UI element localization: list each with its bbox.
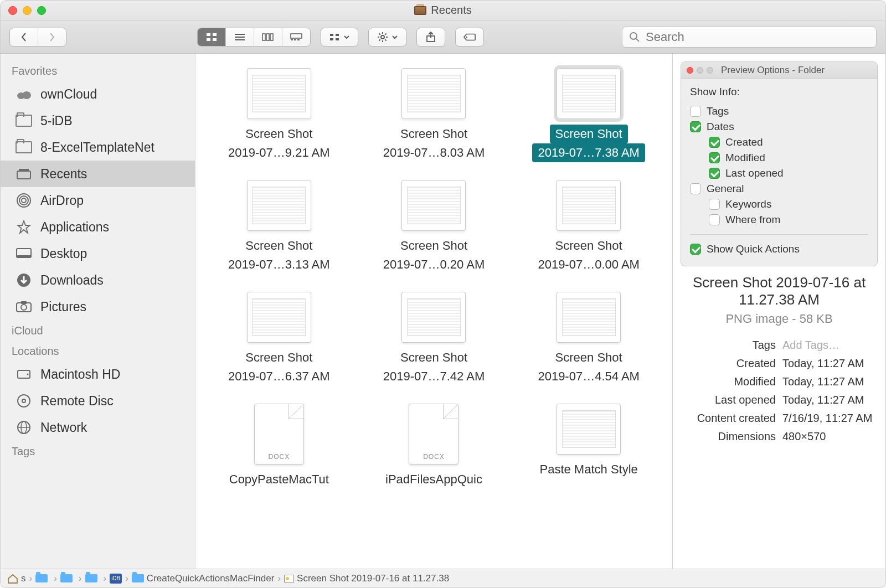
file-item[interactable]: Paste Match Style (515, 404, 662, 489)
file-item[interactable]: Screen Shot2019-07…3.13 AM (205, 180, 353, 274)
detail-row-last-opened: Last openedToday, 11:27 AM (681, 391, 878, 409)
search-field[interactable] (622, 27, 877, 48)
finder-window: Recents Favorites ownCloud (0, 0, 886, 588)
file-item[interactable]: Screen Shot2019-07…9.21 AM (205, 68, 353, 162)
detail-filename: Screen Shot 2019-07-16 at 11.27.38 AM (681, 274, 878, 308)
file-item[interactable]: Screen Shot2019-07…7.42 AM (360, 292, 508, 386)
option-modified[interactable]: Modified (690, 150, 868, 166)
svg-point-30 (630, 33, 637, 39)
sidebar-item-network[interactable]: Network (1, 414, 195, 441)
sidebar-item-downloads[interactable]: Downloads (1, 267, 195, 293)
window-title: Recents (431, 4, 471, 17)
gallery-view-button[interactable] (282, 28, 310, 46)
panel-title-text: Preview Options - Folder (721, 65, 825, 76)
image-thumbnail (401, 68, 466, 119)
file-item[interactable]: Screen Shot2019-07…8.03 AM (360, 68, 508, 162)
content-area[interactable]: Screen Shot2019-07…9.21 AMScreen Shot201… (195, 54, 672, 569)
window-minimize[interactable] (23, 6, 32, 15)
tag-icon (463, 32, 476, 42)
sidebar-item-recents[interactable]: Recents (1, 161, 195, 187)
image-thumbnail (557, 180, 621, 231)
svg-point-29 (466, 36, 467, 38)
option-general[interactable]: General (690, 181, 868, 197)
file-label: 2019-07…9.21 AM (223, 143, 335, 162)
file-label: 2019-07…3.13 AM (223, 255, 335, 274)
sidebar-item-remote-disc[interactable]: Remote Disc (1, 388, 195, 414)
file-item[interactable]: Screen Shot2019-07…0.20 AM (360, 180, 508, 274)
svg-rect-7 (262, 34, 265, 40)
file-label: 2019-07…8.03 AM (378, 143, 490, 162)
file-item[interactable]: iPadFilesAppQuic (360, 404, 508, 489)
path-crumb-idb[interactable]: iDBiDB (110, 574, 122, 584)
file-label: CopyPasteMacTut (224, 470, 334, 489)
path-crumb[interactable] (60, 574, 75, 582)
path-crumb[interactable] (35, 574, 50, 582)
option-keywords[interactable]: Keywords (690, 197, 868, 212)
window-close[interactable] (8, 6, 17, 15)
path-crumb[interactable]: CreateQuickActionsMacFinder (132, 573, 275, 584)
share-button[interactable] (416, 28, 445, 47)
option-last-opened[interactable]: Last opened (690, 166, 868, 181)
path-crumb-file[interactable]: Screen Shot 2019-07-16 at 11.27.38 (284, 573, 449, 584)
sidebar-section-locations: Locations (1, 341, 195, 361)
option-created[interactable]: Created (690, 135, 868, 150)
sidebar-item-5idb[interactable]: 5-iDB (1, 107, 195, 134)
svg-point-47 (27, 374, 29, 375)
detail-row-tags: TagsAdd Tags… (681, 336, 878, 354)
columns-icon (262, 32, 274, 42)
file-item[interactable]: Screen Shot2019-07…0.00 AM (515, 180, 662, 274)
sidebar-item-label: AirDrop (40, 193, 84, 208)
svg-line-31 (636, 39, 639, 42)
sidebar-item-label: Macintosh HD (40, 367, 120, 382)
file-item[interactable]: Screen Shot2019-07…4.54 AM (515, 292, 662, 386)
image-thumbnail (247, 68, 311, 119)
file-label: 2019-07…4.54 AM (532, 367, 645, 386)
detail-row-modified: ModifiedToday, 11:27 AM (681, 373, 878, 391)
file-item[interactable]: Screen Shot2019-07…7.38 AM (515, 68, 662, 162)
search-input[interactable] (646, 30, 869, 44)
sidebar-item-airdrop[interactable]: AirDrop (1, 187, 195, 214)
svg-point-48 (18, 395, 30, 407)
image-thumbnail (557, 404, 621, 455)
list-view-button[interactable] (225, 28, 254, 46)
chevron-left-icon (18, 32, 30, 42)
path-crumb-home[interactable]: s (7, 573, 26, 584)
option-tags[interactable]: Tags (690, 104, 868, 119)
chevron-down-icon (392, 35, 398, 39)
group-dropdown[interactable] (321, 28, 358, 47)
svg-rect-11 (291, 39, 293, 40)
panel-close[interactable] (687, 67, 693, 74)
add-tags[interactable]: Add Tags… (782, 339, 839, 352)
option-where-from[interactable]: Where from (690, 212, 868, 228)
column-view-button[interactable] (254, 28, 282, 46)
forward-button[interactable] (38, 28, 66, 46)
sidebar-item-applications[interactable]: Applications (1, 214, 195, 240)
image-thumbnail (557, 292, 621, 343)
action-dropdown[interactable] (368, 28, 406, 47)
file-item[interactable]: Screen Shot2019-07…6.37 AM (205, 292, 353, 386)
sidebar-item-label: ownCloud (40, 87, 97, 102)
sidebar-item-label: Recents (40, 167, 87, 182)
tags-button[interactable] (455, 28, 484, 47)
sidebar-item-owncloud[interactable]: ownCloud (1, 81, 195, 107)
file-item[interactable]: CopyPasteMacTut (205, 404, 353, 489)
sidebar-item-desktop[interactable]: Desktop (1, 240, 195, 267)
path-bar[interactable]: s › › › › iDBiDB› CreateQuickActionsMacF… (1, 569, 885, 587)
sidebar[interactable]: Favorites ownCloud 5-iDB 8-ExcelTemplate… (1, 54, 195, 569)
gear-icon (377, 32, 389, 42)
sidebar-item-pictures[interactable]: Pictures (1, 293, 195, 320)
path-crumb[interactable] (85, 574, 100, 582)
sidebar-item-exceltemplate[interactable]: 8-ExcelTemplateNet (1, 134, 195, 161)
icon-view-button[interactable] (198, 28, 225, 46)
back-button[interactable] (10, 28, 38, 46)
titlebar: Recents (1, 1, 885, 20)
traffic-lights (8, 6, 46, 15)
svg-rect-14 (330, 34, 333, 36)
option-show-quick-actions[interactable]: Show Quick Actions (690, 241, 868, 257)
gallery-icon (290, 32, 302, 42)
option-dates[interactable]: Dates (690, 119, 868, 135)
file-label: Screen Shot (240, 348, 318, 367)
svg-rect-1 (213, 33, 217, 36)
window-maximize[interactable] (37, 6, 46, 15)
sidebar-item-macintosh-hd[interactable]: Macintosh HD (1, 361, 195, 388)
